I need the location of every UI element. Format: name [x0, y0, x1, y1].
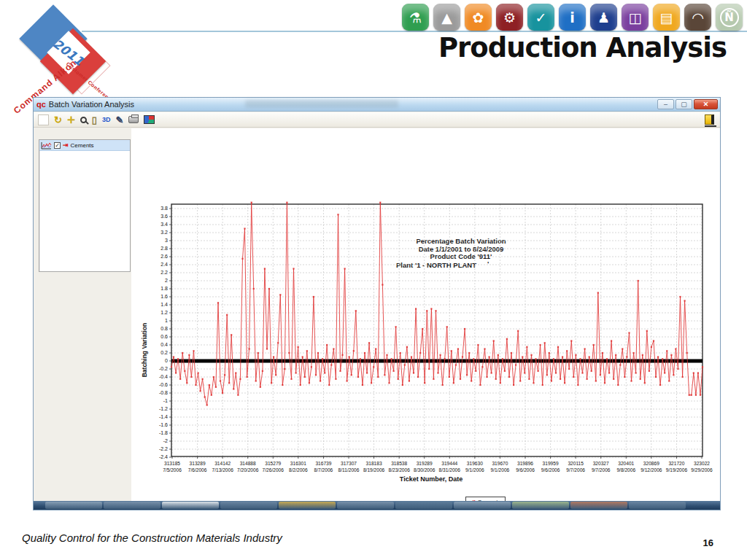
svg-text:2.4: 2.4	[160, 262, 168, 267]
taskbar-button[interactable]	[512, 502, 569, 509]
svg-text:0.8: 0.8	[160, 326, 168, 331]
svg-text:-0.2: -0.2	[159, 366, 168, 371]
svg-text:2.2: 2.2	[160, 270, 168, 275]
taskbar-button[interactable]	[629, 502, 686, 509]
doors-icon[interactable]: ◫	[622, 4, 649, 31]
person-desk-icon[interactable]: ♟	[590, 4, 617, 31]
svg-text:1: 1	[165, 318, 168, 323]
taskbar-button[interactable]	[45, 502, 102, 509]
3d-icon[interactable]: 3D	[102, 116, 111, 123]
document-icon[interactable]: ▤	[653, 4, 680, 31]
taskbar-button[interactable]	[220, 502, 277, 509]
taskbar-button[interactable]	[279, 502, 336, 509]
info-icon[interactable]: i	[559, 4, 586, 31]
svg-text:319289: 319289	[417, 461, 433, 466]
batch-variation-chart: 3.83.63.43.232.82.62.42.221.81.61.41.210…	[139, 199, 720, 485]
svg-text:9/29/2006: 9/29/2006	[691, 467, 713, 472]
page-title: Production Analysis	[216, 32, 727, 63]
minimize-button[interactable]: –	[657, 99, 674, 109]
svg-text:317307: 317307	[341, 461, 357, 466]
svg-text:314888: 314888	[240, 461, 256, 466]
svg-text:320401: 320401	[618, 461, 634, 466]
app-icons: ⚗▲✿⚙✓i♟◫▤◠Ñ	[402, 4, 743, 31]
taskbar-button[interactable]	[454, 502, 511, 509]
svg-text:7/26/2006: 7/26/2006	[263, 467, 285, 472]
svg-text:9/12/2006: 9/12/2006	[640, 467, 662, 472]
zoom-icon[interactable]	[80, 117, 87, 123]
svg-text:9/1/2006: 9/1/2006	[465, 467, 484, 472]
taskbar-button[interactable]	[162, 502, 219, 509]
qc-app-icon: qc	[36, 100, 46, 109]
svg-text:315279: 315279	[265, 461, 281, 466]
svg-text:319959: 319959	[543, 461, 559, 466]
svg-text:2: 2	[165, 278, 168, 283]
svg-text:8/7/2006: 8/7/2006	[314, 467, 333, 472]
window-titlebar[interactable]: qc Batch Variation Analysis – ▢ ✕	[34, 98, 720, 112]
slide-footer: Quality Control for the Construction Mat…	[22, 532, 282, 544]
svg-text:9/6/2006: 9/6/2006	[516, 467, 535, 472]
maximize-button[interactable]: ▢	[676, 99, 692, 109]
window-content: ✓ ⇥ Cements Percentage Batch Variation D…	[34, 128, 720, 501]
svg-text:8/23/2006: 8/23/2006	[388, 467, 410, 472]
svg-text:0.2: 0.2	[160, 350, 168, 355]
svg-text:9/7/2006: 9/7/2006	[566, 467, 585, 472]
pan-icon[interactable]: ✛	[67, 114, 75, 125]
taskbar-button[interactable]	[104, 502, 160, 509]
svg-text:323022: 323022	[694, 461, 710, 466]
svg-text:1.4: 1.4	[160, 302, 168, 307]
svg-text:-2: -2	[163, 438, 168, 443]
taskbar-button[interactable]	[395, 502, 452, 509]
refresh-icon[interactable]: ↻	[54, 114, 62, 125]
svg-text:7/5/2006: 7/5/2006	[163, 467, 182, 472]
chart-icon[interactable]: ✎	[115, 114, 123, 125]
svg-text:321720: 321720	[668, 461, 684, 466]
svg-text:9/19/2006: 9/19/2006	[666, 467, 688, 472]
svg-text:2.6: 2.6	[160, 254, 168, 259]
image-icon[interactable]	[144, 115, 155, 124]
cements-checkbox[interactable]: ✓	[54, 142, 61, 149]
slide: 2011 Command Alkon Customer Conference ⚗…	[0, 0, 747, 560]
n-tilde-icon[interactable]: Ñ	[716, 4, 743, 31]
mini-chart-icon	[41, 141, 52, 149]
svg-text:1.2: 1.2	[160, 310, 168, 315]
window-title: Batch Variation Analysis	[49, 100, 134, 109]
svg-text:319896: 319896	[517, 461, 533, 466]
svg-text:3.8: 3.8	[160, 206, 168, 211]
flask-icon[interactable]: ⚗	[402, 4, 429, 31]
series-listbox[interactable]: ✓ ⇥ Cements	[39, 139, 131, 272]
close-button[interactable]: ✕	[694, 99, 718, 109]
window-toolbar: ↻✛▯3D✎	[34, 112, 720, 128]
page-number: 16	[703, 537, 713, 548]
taskbar-button[interactable]	[570, 502, 627, 509]
svg-text:-1.4: -1.4	[159, 414, 168, 419]
svg-text:8/19/2006: 8/19/2006	[363, 467, 385, 472]
svg-text:8/31/2006: 8/31/2006	[439, 467, 461, 472]
checkmark-icon[interactable]: ✓	[527, 4, 554, 31]
svg-text:7/13/2006: 7/13/2006	[212, 467, 233, 472]
svg-text:318183: 318183	[366, 461, 382, 466]
taskbar-button[interactable]	[337, 502, 394, 509]
svg-text:-0.6: -0.6	[159, 382, 168, 387]
hand-icon[interactable]: ✿	[465, 4, 492, 31]
hardhat-icon[interactable]: ◠	[684, 4, 711, 31]
print-icon[interactable]	[128, 116, 139, 123]
svg-text:-0.4: -0.4	[159, 374, 168, 379]
svg-text:9/7/2006: 9/7/2006	[592, 467, 611, 472]
layers-icon[interactable]: ▲	[433, 4, 460, 31]
svg-text:8/2/2006: 8/2/2006	[289, 467, 308, 472]
gears-icon[interactable]: ⚙	[496, 4, 523, 31]
svg-text:0.6: 0.6	[160, 334, 168, 339]
exit-icon[interactable]	[705, 114, 714, 125]
svg-text:-1.8: -1.8	[159, 430, 168, 435]
svg-text:-1: -1	[163, 398, 168, 403]
windows-taskbar[interactable]	[34, 501, 720, 510]
svg-text:-2.4: -2.4	[159, 454, 168, 459]
svg-text:9/1/2006: 9/1/2006	[491, 467, 510, 472]
svg-text:320327: 320327	[593, 461, 609, 466]
svg-text:316739: 316739	[315, 461, 331, 466]
list-item-cements[interactable]: ✓ ⇥ Cements	[39, 140, 130, 151]
page-icon[interactable]: ▯	[92, 114, 97, 125]
svg-text:313185: 313185	[164, 461, 180, 466]
blank-button[interactable]	[38, 114, 49, 125]
svg-text:1.8: 1.8	[160, 286, 168, 291]
